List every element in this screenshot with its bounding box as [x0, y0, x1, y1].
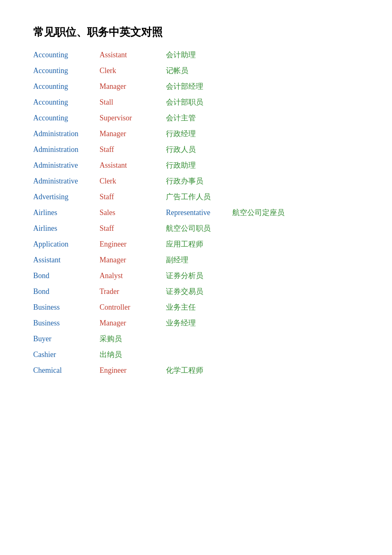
chinese-translation: 会计部职员: [166, 98, 203, 106]
chinese-translation: 广告工作人员: [166, 193, 211, 200]
eng-word2: Controller: [100, 303, 166, 311]
eng-word2: Manager: [100, 319, 166, 327]
eng-word2: Sales: [100, 209, 166, 216]
eng-word2: Supervisor: [100, 114, 166, 122]
eng-word2: Staff: [100, 146, 166, 153]
page-title: 常见职位、职务中英文对照: [33, 25, 359, 39]
list-item: Buyer 采购员: [33, 335, 359, 342]
list-item: Administration Staff 行政人员: [33, 146, 359, 153]
eng-word1: Administrative: [33, 161, 100, 169]
eng-word2: Staff: [100, 193, 166, 200]
list-item: Bond Trader 证券交易员: [33, 288, 359, 295]
list-item: Bond Analyst 证券分析员: [33, 272, 359, 279]
eng-word2: Engineer: [100, 367, 166, 374]
list-item: Advertising Staff 广告工作人员: [33, 193, 359, 200]
eng-word2: Manager: [100, 130, 166, 137]
eng-word1: Chemical: [33, 367, 100, 374]
eng-word2: Trader: [100, 288, 166, 295]
list-item: Cashier 出纳员: [33, 351, 359, 358]
chinese-translation: 行政经理: [166, 130, 196, 137]
eng-word1: Administrative: [33, 177, 100, 185]
list-item: Accounting Clerk 记帐员: [33, 67, 359, 74]
chinese-translation: 证券交易员: [166, 288, 203, 295]
eng-word1: Application: [33, 240, 100, 248]
list-item: Business Manager 业务经理: [33, 319, 359, 327]
list-item: Airlines Staff 航空公司职员: [33, 225, 359, 232]
list-item: AirlinesSalesRepresentative 航空公司定座员: [33, 209, 359, 216]
chinese-translation: 会计部经理: [166, 83, 203, 90]
list-item: Chemical Engineer 化学工程师: [33, 367, 359, 374]
eng-word1: Bond: [33, 288, 100, 295]
list-item: Administration Manager 行政经理: [33, 130, 359, 137]
list-item: Accounting Stall 会计部职员: [33, 98, 359, 106]
eng-word1: Airlines: [33, 225, 100, 232]
eng-word2: Staff: [100, 225, 166, 232]
chinese-translation: 航空公司定座员: [232, 209, 285, 216]
chinese-translation: 化学工程师: [166, 367, 203, 374]
list-item: Accounting Manager 会计部经理: [33, 83, 359, 90]
chinese-translation: 行政办事员: [166, 177, 203, 185]
eng-word1: Buyer: [33, 335, 100, 342]
eng-word2: Analyst: [100, 272, 166, 279]
eng-word1: Accounting: [33, 98, 100, 106]
chinese-translation: 行政人员: [166, 146, 196, 153]
eng-word2: Clerk: [100, 177, 166, 185]
eng-word2: Assistant: [100, 161, 166, 169]
chinese-translation: 副经理: [166, 256, 188, 264]
eng-word2: Manager: [100, 256, 166, 264]
list-item: Assistant Manager 副经理: [33, 256, 359, 264]
list-item: Application Engineer 应用工程师: [33, 240, 359, 248]
eng-word1: Cashier: [33, 351, 100, 358]
chinese-translation: 证券分析员: [166, 272, 203, 279]
chinese-translation: 应用工程师: [166, 240, 203, 248]
eng-word1: Assistant: [33, 256, 100, 264]
chinese-translation: 采购员: [100, 335, 122, 342]
list-item: Accounting Assistant 会计助理: [33, 51, 359, 59]
chinese-translation: 行政助理: [166, 161, 196, 169]
eng-word2: Assistant: [100, 51, 166, 59]
eng-word2: Manager: [100, 83, 166, 90]
chinese-translation: 记帐员: [166, 67, 188, 74]
chinese-translation: 航空公司职员: [166, 225, 211, 232]
eng-word2: Engineer: [100, 240, 166, 248]
eng-word1: Administration: [33, 130, 100, 137]
eng-word1: Administration: [33, 146, 100, 153]
chinese-translation: 出纳员: [100, 351, 122, 358]
eng-word1: Accounting: [33, 83, 100, 90]
list-item: Accounting Supervisor 会计主管: [33, 114, 359, 122]
eng-word1: Accounting: [33, 114, 100, 122]
eng-word2: Stall: [100, 98, 166, 106]
eng-word1: Advertising: [33, 193, 100, 200]
eng-word2: Clerk: [100, 67, 166, 74]
list-item: Administrative Assistant 行政助理: [33, 161, 359, 169]
list-item: Administrative Clerk 行政办事员: [33, 177, 359, 185]
eng-word1: Business: [33, 319, 100, 327]
chinese-translation: 会计助理: [166, 51, 196, 59]
eng-word1: Accounting: [33, 51, 100, 59]
entry-list: Accounting Assistant 会计助理Accounting Cler…: [33, 51, 359, 374]
eng-word1: Business: [33, 303, 100, 311]
eng-word1: Bond: [33, 272, 100, 279]
eng-word3: Representative: [166, 209, 232, 216]
chinese-translation: 业务经理: [166, 319, 196, 327]
list-item: Business Controller 业务主任: [33, 303, 359, 311]
eng-word1: Accounting: [33, 67, 100, 74]
chinese-translation: 会计主管: [166, 114, 196, 122]
chinese-translation: 业务主任: [166, 303, 196, 311]
eng-word1: Airlines: [33, 209, 100, 216]
